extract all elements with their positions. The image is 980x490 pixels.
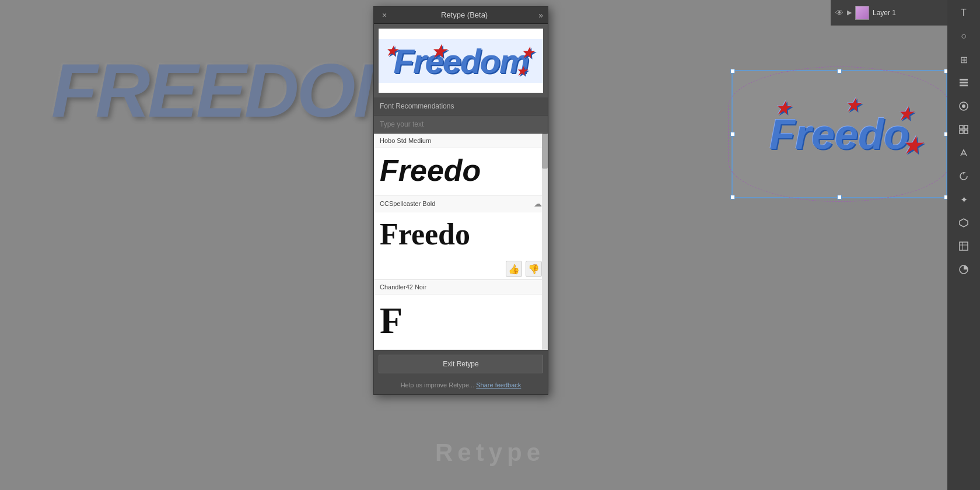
rt-icon-transform[interactable] [953,119,974,140]
scrollbar-track[interactable] [542,134,548,350]
font-name-chandler: Chandler42 Noir [380,284,426,290]
svg-rect-0 [960,79,968,80]
scrollbar-thumb[interactable] [542,134,548,169]
rt-icon-history[interactable] [953,166,974,187]
handle-bl[interactable] [730,195,735,200]
help-text: Help us improve Retype... [401,382,475,388]
panel-title: Retype (Beta) [441,10,488,19]
close-button[interactable]: × [379,9,390,21]
svg-rect-2 [960,85,968,86]
eye-icon[interactable]: 👁 [835,8,844,18]
preview-star-3: ★ [521,45,533,61]
font-preview-text-hobo: Freedo [380,153,481,188]
layer-thumbnail [855,6,869,20]
font-preview-spell: Freedo [374,212,548,258]
font-preview-text-chandler: F [380,299,402,342]
font-list-wrapper: Hobo Std Medium Freedo CCSpellcaster Bol… [374,134,548,350]
svg-rect-10 [960,242,968,250]
font-item-header-chandler: Chandler42 Noir [374,280,548,295]
rt-icon-style[interactable] [953,236,974,257]
preview-section: ★ ★ ★ ★ Freedom [374,24,548,97]
cloud-icon-spell: ☁ [534,199,542,208]
retype-watermark: Retype [435,439,545,467]
svg-rect-8 [964,130,968,134]
font-item-header-hobo: Hobo Std Medium [374,134,548,148]
preview-star-1: ★ [386,44,396,59]
star-4: ★ [902,134,921,158]
feedback-link[interactable]: Share feedback [476,382,521,388]
preview-freedom-text: ★ ★ ★ ★ Freedom [379,39,543,83]
font-preview-hobo: Freedo [374,148,548,195]
font-list: Hobo Std Medium Freedo CCSpellcaster Bol… [374,134,548,350]
font-preview-text-spell: Freedo [380,217,470,251]
canvas-preview-text: Freedo ★ ★ ★ ★ [733,71,946,197]
canvas-freedom-text: FREEDOM [51,47,414,134]
font-item-actions-spell: 👍 👎 [374,258,548,279]
font-item-header-spell: CCSpellcaster Bold ☁ [374,195,548,212]
right-toolbar: T ○ ⊞ ✦ [947,0,980,490]
thumbup-button[interactable]: 👍 [506,261,522,277]
svg-rect-1 [960,82,968,83]
svg-rect-5 [960,125,963,129]
preview-image-box: ★ ★ ★ ★ Freedom [379,29,543,93]
rt-icon-circle[interactable]: ○ [953,26,974,47]
font-preview-chandler: F [374,295,548,349]
exit-retype-button[interactable]: Exit Retype [379,355,543,373]
canvas-selection-box: Freedo ★ ★ ★ ★ [732,70,947,198]
layer-name: Layer 1 [873,9,896,17]
rt-icon-adjust[interactable] [953,96,974,117]
star-3: ★ [898,104,912,124]
star-1: ★ [775,99,790,118]
svg-rect-6 [964,125,968,129]
rt-icon-paint[interactable] [953,142,974,163]
star-2: ★ [845,96,860,115]
preview-text-value: Freedom [394,42,528,80]
handle-tl[interactable] [730,69,735,74]
font-item-chandler[interactable]: Chandler42 Noir F [374,280,548,350]
rt-icon-effects[interactable]: ✦ [953,189,974,210]
retype-titlebar: × Retype (Beta) » [374,6,548,24]
rt-icon-select[interactable]: T [953,2,974,23]
rt-icon-layers[interactable] [953,72,974,93]
handle-tm[interactable] [837,69,842,74]
svg-rect-7 [960,130,963,134]
font-item-hobo[interactable]: Hobo Std Medium Freedo [374,134,548,195]
layer-arrow: ▶ [847,9,852,16]
text-input[interactable] [374,116,548,134]
help-section: Help us improve Retype... Share feedback [374,378,548,394]
handle-bm[interactable] [837,195,842,200]
font-recommendations-header: Font Recommendations [374,97,548,116]
rt-icon-mask[interactable] [953,259,974,280]
layer-bar: 👁 ▶ Layer 1 [831,0,947,26]
rt-icon-grid[interactable]: ⊞ [953,49,974,70]
preview-star-4: ★ [516,64,526,78]
thumbdown-button[interactable]: 👎 [526,261,542,277]
collapse-button[interactable]: » [538,10,543,20]
rt-icon-3d[interactable] [953,212,974,233]
font-item-spell[interactable]: CCSpellcaster Bold ☁ Freedo 👍 👎 [374,195,548,280]
font-name-hobo: Hobo Std Medium [380,137,431,144]
handle-ml[interactable] [730,132,735,136]
retype-panel: × Retype (Beta) » ★ ★ ★ ★ Freedom Font R… [373,6,548,395]
svg-point-4 [962,104,965,108]
preview-star-2: ★ [431,42,444,61]
font-name-spell: CCSpellcaster Bold [380,200,435,207]
